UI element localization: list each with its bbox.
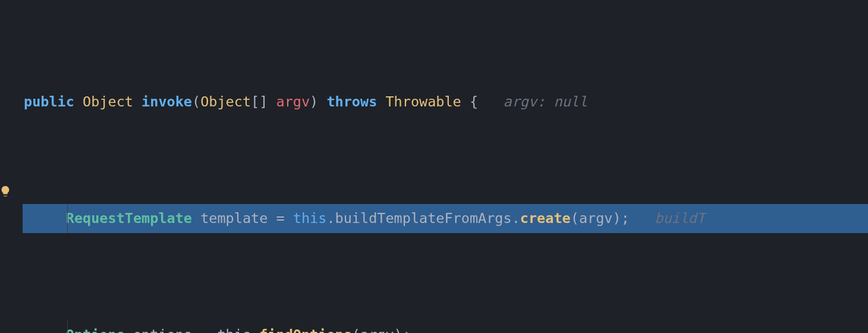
type: Options	[66, 326, 125, 333]
field-ref: buildTemplateFromArgs	[335, 210, 512, 227]
variable: options	[133, 326, 192, 333]
keyword-throws: throws	[326, 93, 377, 110]
method-call: create	[520, 210, 571, 227]
method-call: findOptions	[259, 326, 352, 333]
keyword-public: public	[24, 93, 74, 110]
keyword-this: this	[217, 326, 251, 333]
indent-guide	[67, 204, 68, 233]
return-type: Object	[83, 93, 133, 110]
keyword-this: this	[293, 210, 327, 227]
param-name: argv	[276, 93, 310, 110]
code-line: public Object invoke(Object[] argv) thro…	[23, 87, 868, 117]
code-editor[interactable]: public Object invoke(Object[] argv) thro…	[23, 0, 868, 333]
method-name: invoke	[141, 93, 192, 110]
inlay-hint: buildT	[655, 210, 705, 227]
indent-guide	[67, 321, 68, 333]
intention-bulb-icon[interactable]	[0, 185, 12, 198]
variable: template	[200, 210, 268, 227]
throws-type: Throwable	[385, 93, 461, 110]
type: RequestTemplate	[66, 210, 192, 227]
gutter	[0, 0, 23, 333]
inlay-hint: argv: null	[504, 93, 587, 110]
code-line: Options options = this.findOptions(argv)…	[23, 321, 868, 333]
param-type: Object	[200, 93, 251, 110]
code-line-selected: RequestTemplate template = this.buildTem…	[23, 204, 868, 233]
